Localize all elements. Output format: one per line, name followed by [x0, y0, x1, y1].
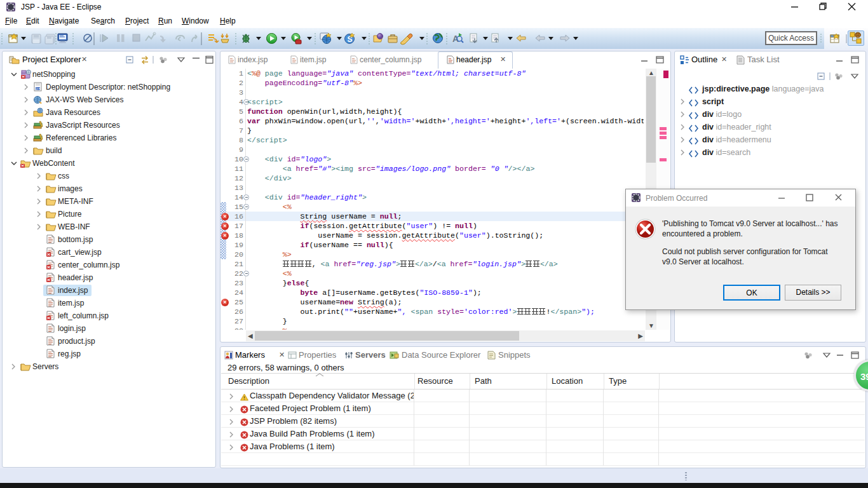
svg-text:A: A [452, 34, 459, 44]
svg-text:2.5: 2.5 [36, 87, 41, 91]
